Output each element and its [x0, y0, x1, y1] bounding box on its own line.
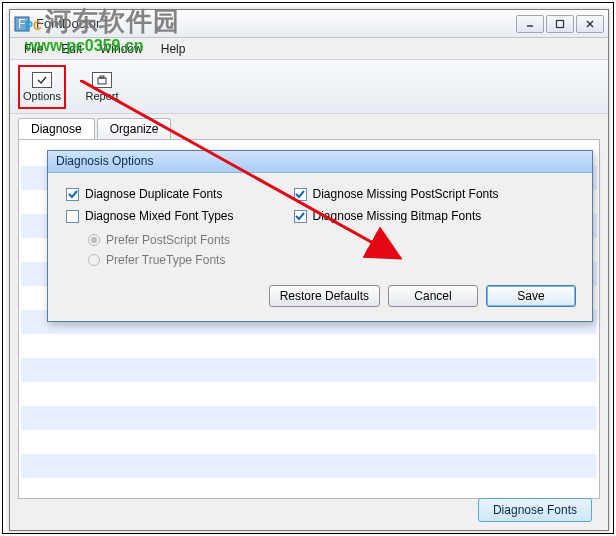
mixed-font-radio-group: Prefer PostScript Fonts Prefer TrueType …	[66, 233, 234, 267]
checkbox-mixed-font-types[interactable]	[66, 210, 79, 223]
svg-rect-7	[100, 76, 104, 78]
options-icon	[32, 72, 52, 88]
diagnose-fonts-button[interactable]: Diagnose Fonts	[478, 498, 592, 522]
diagnosis-options-dialog: Diagnosis Options Diagnose Duplicate Fon…	[47, 150, 593, 322]
minimize-button[interactable]	[516, 15, 544, 33]
label-prefer-postscript: Prefer PostScript Fonts	[106, 233, 230, 247]
window-controls	[516, 15, 604, 33]
menu-window[interactable]: Window	[92, 40, 151, 58]
svg-text:F: F	[18, 17, 25, 31]
report-label: Report	[85, 90, 118, 102]
checkbox-missing-bitmap[interactable]	[294, 210, 307, 223]
dialog-button-row: Restore Defaults Cancel Save	[48, 277, 592, 321]
save-button[interactable]: Save	[486, 285, 576, 307]
svg-rect-3	[557, 20, 564, 27]
toolbar: Options Report	[10, 60, 608, 114]
maximize-button[interactable]	[546, 15, 574, 33]
menu-file[interactable]: File	[16, 40, 51, 58]
report-icon	[92, 72, 112, 88]
menu-edit[interactable]: Edit	[53, 40, 90, 58]
menubar: File Edit Window Help	[10, 38, 608, 60]
label-missing-bitmap: Diagnose Missing Bitmap Fonts	[313, 209, 482, 223]
tabs: Diagnose Organize	[10, 114, 608, 139]
window-title: FontDoctor	[36, 16, 516, 31]
tab-organize[interactable]: Organize	[97, 118, 172, 139]
svg-rect-6	[98, 78, 106, 84]
label-duplicate-fonts: Diagnose Duplicate Fonts	[85, 187, 222, 201]
options-label: Options	[23, 90, 61, 102]
report-button[interactable]: Report	[78, 65, 126, 109]
close-button[interactable]	[576, 15, 604, 33]
app-window: F FontDoctor File Edit Window Help Optio…	[9, 9, 609, 531]
checkbox-duplicate-fonts[interactable]	[66, 188, 79, 201]
dialog-body: Diagnose Duplicate Fonts Diagnose Mixed …	[48, 173, 592, 277]
checkbox-missing-postscript[interactable]	[294, 188, 307, 201]
dialog-title: Diagnosis Options	[48, 151, 592, 173]
titlebar: F FontDoctor	[10, 10, 608, 38]
restore-defaults-button[interactable]: Restore Defaults	[269, 285, 380, 307]
radio-prefer-truetype[interactable]	[88, 254, 100, 266]
main-panel: Diagnosis Options Diagnose Duplicate Fon…	[18, 139, 600, 499]
menu-help[interactable]: Help	[153, 40, 194, 58]
cancel-button[interactable]: Cancel	[388, 285, 478, 307]
footer-bar: Diagnose Fonts	[478, 498, 592, 522]
app-icon: F	[14, 16, 30, 32]
radio-prefer-postscript[interactable]	[88, 234, 100, 246]
tab-diagnose[interactable]: Diagnose	[18, 118, 95, 139]
options-button[interactable]: Options	[18, 65, 66, 109]
label-prefer-truetype: Prefer TrueType Fonts	[106, 253, 225, 267]
label-mixed-font-types: Diagnose Mixed Font Types	[85, 209, 234, 223]
screenshot-frame: F FontDoctor File Edit Window Help Optio…	[2, 2, 614, 534]
label-missing-postscript: Diagnose Missing PostScript Fonts	[313, 187, 499, 201]
